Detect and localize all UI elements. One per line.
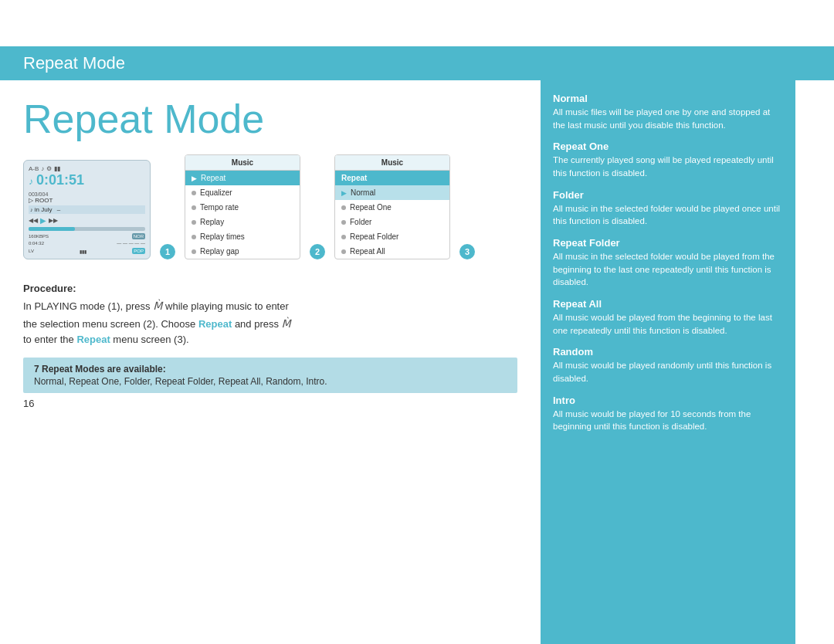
dot-equalizer — [192, 191, 196, 195]
right-text-random: All music would be played randomly until… — [553, 359, 783, 385]
menu2-title: Music — [335, 155, 449, 171]
dot-tempo — [192, 205, 196, 210]
menu1-item-replay: Replay — [185, 215, 300, 229]
right-text-intro: All music would be played for 10 seconds… — [553, 408, 783, 433]
menu1-item-equalizer: Equalizer — [185, 185, 300, 200]
right-title-normal: Normal — [553, 93, 783, 104]
menu2-arrow: ▶ — [341, 189, 347, 197]
procedure-line3: to enter the Repeat menu screen (3). — [23, 332, 517, 348]
proc-line1b: while playing music to enter — [165, 300, 289, 312]
nor-badge: NOR — [132, 233, 145, 239]
device-track-num: 003/004 — [29, 192, 145, 197]
proc-highlight1: Repeat — [198, 318, 232, 330]
device-folder: ▷ ROOT — [29, 197, 145, 204]
dot-r2 — [341, 220, 346, 225]
dot-replay-gap — [192, 249, 196, 254]
right-section-repeat-all: Repeat All All music would be played fro… — [553, 298, 783, 337]
icon-battery: ▮▮ — [54, 165, 60, 172]
screenshots-row: A-B ♪ ⚙ ▮▮ ♪ 0:01:51 003/004 ▷ ROOT — [23, 154, 517, 259]
music-icon-1: M̀ — [153, 300, 165, 312]
procedure-text: In PLAYING mode (1), press M̀ while play… — [23, 297, 517, 315]
menu2-item-normal: ▶ Normal — [335, 185, 449, 200]
right-section-folder: Folder All music in the selected folder … — [553, 189, 783, 228]
device-vol-icon: ▮▮▮ — [80, 249, 86, 254]
menu-screen-1: Music ▶ Repeat Equalizer Tempo rate — [185, 154, 300, 259]
device-bottom-row: LV ▮▮▮ POP — [29, 248, 145, 254]
icon-music-note: ♪ — [41, 165, 44, 172]
big-title: Repeat Mode — [23, 96, 517, 142]
dot-r3 — [341, 235, 346, 239]
device-duration: 0:04:32 — [29, 241, 44, 246]
right-text-folder: All music in the selected folder would b… — [553, 202, 783, 228]
music-icon-2: M̀ — [282, 317, 291, 330]
menu1-item-replay-gap: Replay gap — [185, 244, 300, 259]
menu1-item-replay-times: Replay times — [185, 229, 300, 244]
procedure-title: Procedure: — [23, 281, 517, 297]
proc-line1: In PLAYING mode (1), press — [23, 300, 151, 312]
right-title-intro: Intro — [553, 395, 783, 406]
right-text-normal: All music files will be played one by on… — [553, 106, 783, 131]
procedure-line2: the selection menu screen (2). Choose Re… — [23, 315, 517, 333]
right-text-repeat-all: All music would be played from the begin… — [553, 311, 783, 337]
menu1-title: Music — [185, 155, 300, 171]
device-vol: — — — — — — [117, 241, 145, 246]
dot-r4 — [341, 249, 346, 254]
device-genre: POP — [132, 248, 145, 254]
page-number: 16 — [23, 398, 517, 409]
menu1-item-tempo: Tempo rate — [185, 200, 300, 215]
right-title-repeat-all: Repeat All — [553, 298, 783, 310]
device-lv: LV — [29, 249, 34, 253]
device-icons-top: A-B ♪ ⚙ ▮▮ — [29, 165, 145, 172]
procedure-section: Procedure: In PLAYING mode (1), press M̀… — [23, 281, 517, 348]
badge-1: 1 — [160, 244, 175, 259]
device-duration-row: 0:04:32 — — — — — — [29, 241, 145, 246]
proc-highlight2: Repeat — [76, 334, 110, 345]
badge-2: 2 — [310, 244, 325, 259]
dot-replay-times — [192, 235, 196, 239]
right-text-repeat-folder: All music in the selected folder would b… — [553, 250, 783, 289]
device-bitrate: 160KBPS — [29, 234, 49, 239]
right-section-repeat-one: Repeat One The currently played song wil… — [553, 141, 783, 179]
menu2-subtitle: Repeat — [335, 171, 449, 185]
right-section-normal: Normal All music files will be played on… — [553, 93, 783, 131]
right-title-repeat-folder: Repeat Folder — [553, 237, 783, 249]
header-title: Repeat Mode — [23, 53, 125, 73]
right-panel: Normal All music files will be played on… — [541, 80, 795, 644]
right-title-folder: Folder — [553, 189, 783, 201]
right-title-random: Random — [553, 346, 783, 358]
info-box: 7 Repeat Modes are available: Normal, Re… — [23, 358, 517, 393]
main-content: Repeat Mode A-B ♪ ⚙ ▮▮ ♪ 0:01:51 003/004 — [0, 80, 834, 644]
menu1-arrow: ▶ — [192, 175, 197, 182]
device-progress — [29, 227, 145, 231]
device-song: ♪ in July – — [29, 205, 145, 214]
menu2-item-repeat-one: Repeat One — [335, 200, 449, 215]
right-text-repeat-one: The currently played song will be played… — [553, 154, 783, 179]
dot-replay — [192, 220, 196, 225]
menu2-item-repeat-all: Repeat All — [335, 244, 449, 259]
right-section-random: Random All music would be played randoml… — [553, 346, 783, 385]
top-space — [0, 0, 834, 46]
right-title-repeat-one: Repeat One — [553, 141, 783, 152]
device-info-row: 160KBPS NOR — [29, 234, 145, 239]
menu-screen-2: Music Repeat ▶ Normal Repeat One Fold — [334, 154, 450, 259]
menu1-item-repeat: ▶ Repeat — [185, 171, 300, 185]
left-panel: Repeat Mode A-B ♪ ⚙ ▮▮ ♪ 0:01:51 003/004 — [0, 80, 541, 644]
dot-r1 — [341, 205, 346, 210]
menu2-item-repeat-folder: Repeat Folder — [335, 229, 449, 244]
badge-3: 3 — [459, 244, 475, 259]
device-mockup: A-B ♪ ⚙ ▮▮ ♪ 0:01:51 003/004 ▷ ROOT — [23, 160, 151, 259]
info-box-title: 7 Repeat Modes are available: — [34, 364, 507, 375]
page-wrapper: Repeat Mode Repeat Mode A-B ♪ ⚙ ▮▮ ♪ — [0, 0, 834, 644]
info-box-text: Normal, Repeat One, Folder, Repeat Folde… — [34, 376, 507, 387]
device-nor-badge: NOR — [132, 234, 145, 239]
right-section-intro: Intro All music would be played for 10 s… — [553, 395, 783, 433]
header-bar: Repeat Mode — [0, 46, 834, 80]
icon-ab: A-B — [29, 165, 39, 172]
right-section-repeat-folder: Repeat Folder All music in the selected … — [553, 237, 783, 289]
device-time: 0:01:51 — [36, 172, 84, 188]
icon-settings: ⚙ — [46, 165, 52, 172]
menu2-item-folder: Folder — [335, 215, 449, 229]
device-progress-fill — [29, 227, 75, 231]
